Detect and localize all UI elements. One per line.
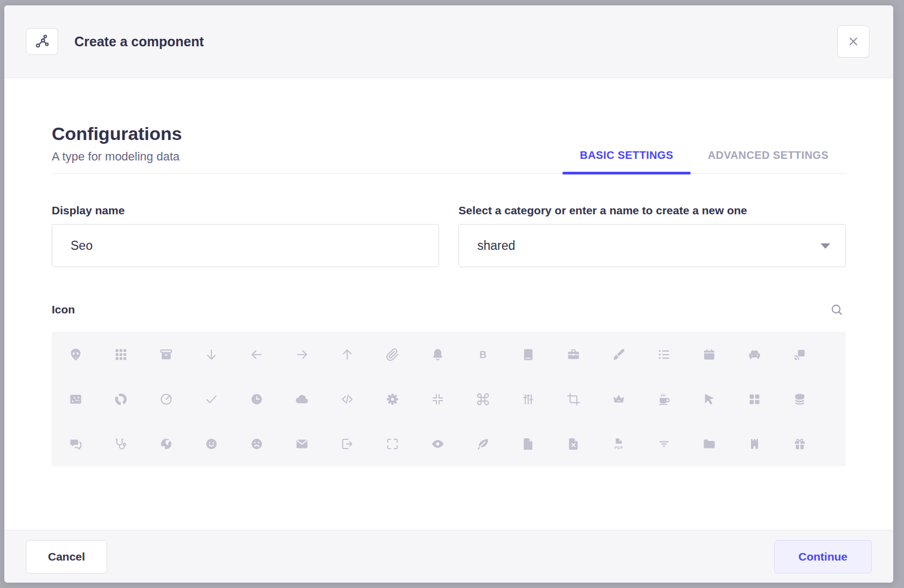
gift-icon (792, 437, 807, 451)
chart-pie-icon (159, 392, 173, 407)
icon-option-feather[interactable] (460, 422, 505, 466)
icon-option-file-pdf[interactable]: PDF (596, 422, 641, 466)
book-icon (521, 347, 536, 362)
continue-button[interactable]: Continue (774, 540, 872, 573)
code-icon (340, 392, 354, 407)
icon-option-attachment[interactable] (370, 332, 415, 377)
icon-option-discuss[interactable] (53, 422, 98, 466)
icon-option-emotion-unhappy[interactable] (234, 422, 279, 466)
icon-option-alien[interactable] (53, 332, 98, 377)
arrow-left-icon (249, 347, 264, 362)
modal-footer: Cancel Continue (4, 530, 893, 583)
icon-option-code[interactable] (324, 377, 370, 422)
icon-option-cog[interactable] (370, 377, 415, 422)
category-value: shared (477, 239, 515, 253)
icon-option-earth[interactable] (143, 422, 189, 466)
icon-option-doctor[interactable] (98, 422, 143, 466)
icon-option-envelop[interactable] (279, 422, 324, 466)
icon-option-cloud[interactable] (279, 377, 324, 422)
display-name-input[interactable] (52, 224, 439, 267)
apps-icon (114, 347, 128, 362)
tab-basic-settings[interactable]: BASIC SETTINGS (562, 149, 690, 173)
icon-option-check[interactable] (189, 377, 234, 422)
icon-picker-section: Icon BPDF (52, 300, 846, 466)
doctor-icon (114, 437, 128, 451)
icon-option-folder[interactable] (686, 422, 732, 466)
modal-header: Create a component (4, 5, 893, 78)
icon-option-file-error[interactable] (551, 422, 596, 466)
icon-option-gate[interactable] (732, 422, 777, 466)
cast-icon (792, 347, 807, 362)
arrow-right-icon (295, 347, 309, 362)
gate-icon (747, 437, 762, 451)
icon-option-clock[interactable] (234, 377, 279, 422)
icon-option-book[interactable] (505, 332, 551, 377)
collapse-icon (430, 392, 445, 407)
cloud-icon (295, 392, 309, 407)
envelop-icon (295, 437, 309, 451)
icon-option-briefcase[interactable] (551, 332, 596, 377)
feather-icon (476, 437, 490, 451)
svg-text:B: B (479, 349, 486, 360)
icon-option-calendar[interactable] (686, 332, 732, 377)
icon-option-collapse[interactable] (415, 377, 460, 422)
icon-option-archive[interactable] (143, 332, 189, 377)
emotion-unhappy-icon (249, 437, 264, 451)
icon-option-file[interactable] (505, 422, 551, 466)
icon-option-cup[interactable] (641, 377, 686, 422)
icon-option-brush[interactable] (596, 332, 641, 377)
icon-option-gift[interactable] (777, 422, 822, 466)
file-icon (521, 437, 536, 451)
icon-option-exit[interactable] (324, 422, 370, 466)
icon-option-emotion-happy[interactable] (189, 422, 234, 466)
display-name-label: Display name (52, 204, 439, 217)
icon-option-bullet-list[interactable] (641, 332, 686, 377)
icon-search-button[interactable] (827, 300, 846, 319)
icon-option-connector[interactable] (505, 377, 551, 422)
icon-option-database[interactable] (777, 377, 822, 422)
icon-option-bold[interactable]: B (460, 332, 505, 377)
icon-option-arrow-up[interactable] (324, 332, 370, 377)
exit-icon (340, 437, 354, 451)
icon-option-chart-circle[interactable] (98, 377, 143, 422)
chart-circle-icon (114, 392, 128, 407)
icon-option-chart-bubble[interactable] (53, 377, 98, 422)
icon-option-eye[interactable] (415, 422, 460, 466)
icon-option-bell[interactable] (415, 332, 460, 377)
eye-icon (430, 437, 445, 451)
file-pdf-icon: PDF (611, 437, 626, 451)
modal-title: Create a component (74, 34, 204, 50)
icon-grid: BPDF (52, 332, 846, 466)
briefcase-icon (566, 347, 581, 362)
icon-option-arrow-right[interactable] (279, 332, 324, 377)
crown-icon (611, 392, 626, 407)
icon-option-apps[interactable] (98, 332, 143, 377)
car-icon (747, 347, 762, 362)
icon-option-car[interactable] (732, 332, 777, 377)
command-icon (476, 392, 490, 407)
bell-icon (430, 347, 445, 362)
icon-option-command[interactable] (460, 377, 505, 422)
icon-row (53, 377, 846, 422)
discuss-icon (68, 437, 83, 451)
brush-icon (611, 347, 626, 362)
earth-icon (159, 437, 173, 451)
icon-option-cursor[interactable] (686, 377, 732, 422)
svg-text:PDF: PDF (614, 445, 623, 450)
icon-option-arrow-down[interactable] (189, 332, 234, 377)
category-combobox[interactable]: shared (458, 224, 846, 267)
icon-option-crown[interactable] (596, 377, 641, 422)
filter-icon (657, 437, 671, 451)
close-button[interactable] (837, 25, 870, 58)
icon-row: B (53, 332, 846, 377)
tab-advanced-settings[interactable]: ADVANCED SETTINGS (691, 149, 846, 173)
icon-option-arrow-left[interactable] (234, 332, 279, 377)
icon-option-dashboard[interactable] (732, 377, 777, 422)
icon-option-crop[interactable] (551, 377, 596, 422)
icon-option-expand[interactable] (370, 422, 415, 466)
cancel-button[interactable]: Cancel (26, 540, 107, 573)
form-fields: Display name Select a category or enter … (52, 204, 846, 267)
icon-option-filter[interactable] (641, 422, 686, 466)
icon-option-cast[interactable] (777, 332, 822, 377)
icon-option-chart-pie[interactable] (143, 377, 189, 422)
